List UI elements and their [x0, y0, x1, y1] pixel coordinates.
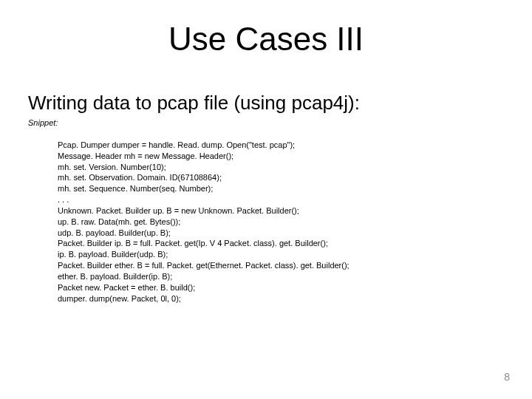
page-number: 8: [504, 371, 510, 383]
slide-subtitle: Writing data to pcap file (using pcap4j)…: [28, 92, 360, 115]
code-line: ether. B. payload. Builder(ip. B);: [58, 272, 172, 281]
code-line: dumper. dump(new. Packet, 0l, 0);: [58, 294, 181, 303]
slide-title: Use Cases III: [0, 21, 532, 58]
code-snippet: Pcap. Dumper dumper = handle. Read. dump…: [58, 129, 349, 304]
code-line: Pcap. Dumper dumper = handle. Read. dump…: [58, 140, 295, 149]
snippet-label: Snippet:: [28, 118, 58, 127]
code-line: ip. B. payload. Builder(udp. B);: [58, 250, 168, 259]
code-line: mh. set. Sequence. Number(seq. Number);: [58, 184, 213, 193]
code-line: up. B. raw. Data(mh. get. Bytes());: [58, 217, 180, 226]
code-line: . . .: [58, 195, 69, 204]
slide: Use Cases III Writing data to pcap file …: [0, 0, 532, 399]
code-line: Unknown. Packet. Builder up. B = new Unk…: [58, 206, 299, 215]
code-line: udp. B. payload. Builder(up. B);: [58, 228, 171, 237]
code-line: Packet. Builder ip. B = full. Packet. ge…: [58, 239, 328, 248]
code-line: Message. Header mh = new Message. Header…: [58, 151, 233, 160]
code-line: Packet new. Packet = ether. B. build();: [58, 283, 195, 292]
code-line: mh. set. Observation. Domain. ID(6710886…: [58, 173, 222, 182]
code-line: mh. set. Version. Number(10);: [58, 163, 166, 171]
code-line: Packet. Builder ether. B = full. Packet.…: [58, 261, 349, 270]
